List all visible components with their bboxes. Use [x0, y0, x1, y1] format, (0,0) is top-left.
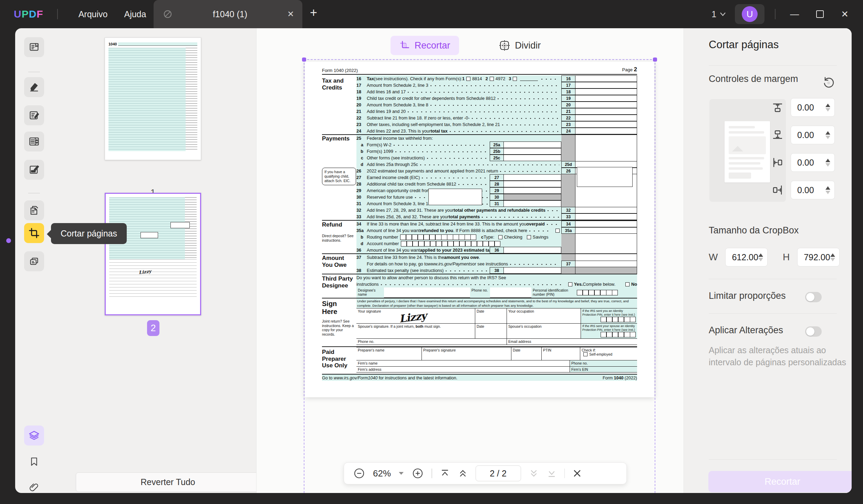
section-label-tax: Tax and Credits: [322, 77, 344, 91]
pdf-page[interactable]: Form 1040 (2022) Page 2 Tax and Credits …: [305, 62, 654, 397]
limit-proportions-label: Limitar proporções: [709, 291, 786, 301]
last-page-button[interactable]: [547, 468, 557, 479]
form-line-23: 23Other taxes, including self-employment…: [356, 121, 637, 128]
thumb-badge-2: 2: [147, 320, 159, 336]
tool-rail: [15, 28, 54, 493]
zoom-level[interactable]: 62%: [373, 468, 391, 479]
cropbox-height-input[interactable]: 792.00: [797, 248, 839, 266]
form-rows: 16Tax (see instructions). Check if any f…: [356, 75, 637, 274]
sidebar-item-fill-sign[interactable]: [24, 160, 44, 180]
sidebar-item-crop-pages[interactable]: [24, 223, 44, 243]
sidebar-item-bookmark[interactable]: [24, 452, 44, 472]
menu-ajuda[interactable]: Ajuda: [116, 6, 154, 23]
form-line-34: 34If line 33 is more than line 24, subtr…: [356, 221, 637, 227]
margin-bottom-input[interactable]: 0.00: [791, 126, 835, 144]
mini-form-title: 1040: [108, 42, 117, 46]
crop-handle-top-left[interactable]: [302, 57, 306, 62]
new-tab-button[interactable]: +: [310, 6, 317, 20]
account-button[interactable]: U: [735, 4, 765, 24]
third-party-block: Do you want to allow another person to d…: [356, 274, 637, 298]
form-line-37: 37Subtract line 33 from line 24. This is…: [356, 254, 637, 261]
section-label-payments: Payments: [322, 135, 350, 142]
tab-close-icon[interactable]: ✕: [287, 9, 294, 19]
form-line-21: 21Add lines 19 and 2021: [356, 108, 637, 115]
crop-guide-left[interactable]: [304, 59, 304, 493]
crop-handle-top-right[interactable]: [653, 57, 657, 62]
divider: [564, 469, 565, 478]
extract-pages-icon: [29, 256, 40, 267]
split-mode-button[interactable]: Dividir: [490, 36, 550, 55]
paid-preparer-block: Preparer's name Preparer's signature Dat…: [356, 347, 637, 372]
apply-changes-toggle[interactable]: [805, 326, 822, 337]
form-line-32: 32Add lines 27, 28, 29, and 31. These ar…: [356, 207, 637, 213]
note-edit-icon: [29, 110, 40, 121]
previous-page-button[interactable]: [458, 468, 468, 479]
first-page-button[interactable]: [440, 468, 450, 479]
form-line-19: 19Child tax credit or credit for other d…: [356, 95, 637, 102]
paperclip-icon: [29, 483, 39, 493]
minimize-button[interactable]: —: [786, 9, 803, 20]
crop-mode-button[interactable]: Recortar: [391, 36, 459, 55]
sidebar-item-extract[interactable]: [24, 251, 44, 271]
sidebar-item-layers[interactable]: [24, 426, 44, 445]
sidebar-item-pages[interactable]: [24, 200, 44, 220]
sidebar-item-comment[interactable]: [24, 77, 44, 97]
zoom-out-button[interactable]: [353, 467, 365, 480]
crop-guide-top[interactable]: [304, 59, 655, 60]
maximize-button[interactable]: [812, 10, 828, 18]
mini-signature: Lizzy: [139, 269, 152, 275]
whiteout-annotation-2[interactable]: [577, 167, 633, 187]
margin-bottom-icon: [771, 129, 784, 141]
revert-all-button[interactable]: Reverter Tudo: [76, 472, 260, 492]
limit-proportions-toggle[interactable]: [805, 292, 822, 302]
margin-controls-title: Controles de margem: [709, 74, 798, 84]
form-line-d: dAccount number: [356, 240, 637, 247]
highlighter-icon: [29, 82, 40, 93]
margin-top-input[interactable]: 0.00: [791, 98, 835, 117]
whiteout-annotation-1[interactable]: [428, 189, 482, 205]
zoom-dropdown[interactable]: [398, 472, 404, 475]
panel-list-icon: [29, 136, 40, 147]
direct-deposit-note: Direct deposit? See instructions.: [322, 234, 356, 242]
sidebar-item-edit[interactable]: [24, 105, 44, 125]
sidebar-item-attachment[interactable]: [24, 478, 44, 493]
section-label-prep: Paid Preparer Use Only: [322, 349, 347, 369]
margin-right-input[interactable]: 0.00: [791, 181, 835, 199]
page-thumbnail-2-selected[interactable]: Lizzy: [105, 193, 201, 315]
page-number-input[interactable]: 2 / 2: [476, 465, 521, 481]
zoom-in-button[interactable]: [412, 467, 424, 480]
close-toolbar-button[interactable]: [572, 469, 582, 478]
tab-title: f1040 (1): [173, 9, 287, 19]
margin-left-icon: [771, 156, 784, 169]
form-line-30: 30Reserved for future use30: [356, 194, 637, 200]
signature-lizzy[interactable]: Lizzy: [398, 309, 427, 325]
sidebar-item-organize[interactable]: [24, 132, 44, 151]
cropbox-width-input[interactable]: 612.00: [725, 248, 767, 266]
page-thumbnail-1[interactable]: 1040: [105, 38, 201, 160]
close-button[interactable]: ✕: [837, 9, 853, 20]
reset-margins-button[interactable]: [822, 76, 835, 91]
margin-bottom-row: 0.00: [791, 126, 835, 144]
form-line-25b: bForm(s) 109925b: [356, 148, 637, 155]
crop-confirm-button[interactable]: Recortar: [708, 471, 852, 492]
eic-note: If you have a qualifying child, attach S…: [322, 168, 356, 185]
window-page-indicator[interactable]: 1: [711, 9, 726, 19]
form-line-36: 36Amount of line 34 you want applied to …: [356, 247, 637, 253]
divider: [28, 72, 40, 72]
title-bar: UPDF Arquivo Ajuda f1040 (1) ✕ + 1 U — ✕: [0, 0, 863, 28]
form-line-25c: cOther forms (see instructions)25c: [356, 155, 637, 161]
margin-right-row: 0.00: [791, 181, 835, 199]
divider: [57, 9, 58, 19]
crop-guide-right[interactable]: [655, 59, 655, 493]
document-tab[interactable]: f1040 (1) ✕: [154, 0, 302, 28]
apply-changes-description: Aplicar as alterações atuais ao interval…: [709, 344, 852, 368]
height-label: H: [783, 252, 790, 263]
reader-icon: [29, 42, 40, 53]
margin-left-input[interactable]: 0.00: [791, 153, 835, 172]
crop-pages-panel: Cortar páginas Controles de margem 0.00: [684, 28, 852, 493]
menu-arquivo[interactable]: Arquivo: [70, 6, 116, 23]
section-label-sign: Sign Here: [322, 300, 337, 316]
next-page-button[interactable]: [529, 468, 539, 479]
tooltip-cortar-paginas: Cortar páginas: [51, 223, 127, 244]
sidebar-item-reader[interactable]: [24, 37, 44, 57]
